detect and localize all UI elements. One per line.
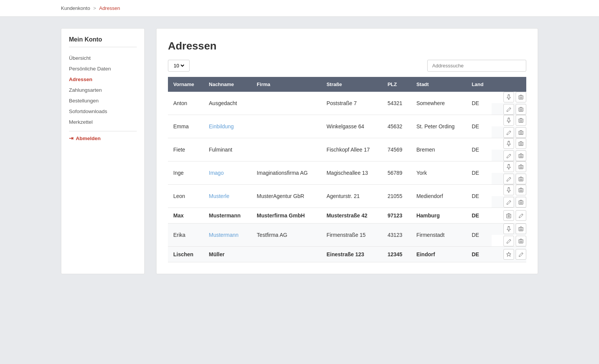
cell-land: DE: [472, 232, 479, 238]
pin-button[interactable]: [503, 92, 514, 102]
cell-plz: 12345: [388, 251, 403, 257]
cell-plz: 56789: [388, 170, 403, 176]
cell-nachname: Fulminant: [209, 147, 232, 153]
cell-firma: MusterAgentur GbR: [257, 193, 304, 199]
cell-plz: 21055: [388, 193, 403, 199]
delete-button[interactable]: [516, 127, 526, 138]
cell-nachname: Imago: [209, 170, 224, 176]
cell-vorname: Lischen: [173, 251, 193, 257]
delete-button[interactable]: [516, 150, 526, 161]
cell-plz: 97123: [388, 212, 403, 219]
trash-button-top[interactable]: [516, 92, 526, 102]
cell-stadt: Mediendorf: [416, 193, 443, 199]
sidebar-item-adressen[interactable]: Adressen: [69, 77, 93, 82]
search-input[interactable]: [427, 60, 526, 72]
cell-strasse: Poststraße 7: [326, 100, 356, 106]
trash-button[interactable]: [503, 210, 514, 221]
col-land: Land: [466, 77, 492, 92]
breadcrumb-separator: >: [93, 5, 96, 11]
pin-button[interactable]: [503, 185, 514, 195]
sidebar-item-merkzettel[interactable]: Merkzettel: [69, 119, 93, 125]
address-table: Vorname Nachname Firma Straße PLZ Stadt …: [168, 77, 526, 262]
sidebar-nav: Übersicht Persönliche Daten Adressen Zah…: [69, 53, 137, 141]
pin-button[interactable]: [503, 115, 514, 126]
cell-stadt: Somewhere: [416, 100, 445, 106]
cell-stadt: St. Peter Ording: [416, 123, 454, 129]
edit-button[interactable]: [516, 249, 526, 260]
breadcrumb-parent[interactable]: Kundenkonto: [61, 5, 90, 11]
logout-link[interactable]: ⇥ Abmelden: [69, 135, 137, 141]
sidebar-divider: [69, 131, 137, 131]
cell-nachname: Müller: [209, 251, 225, 257]
delete-button[interactable]: [516, 197, 526, 208]
cell-plz: 54321: [388, 100, 403, 106]
delete-button[interactable]: [516, 104, 526, 115]
breadcrumb: Kundenkonto > Adressen: [0, 0, 599, 17]
table-row: Emma Einbildung Winkelgasse 64 45632 St.…: [168, 115, 526, 127]
cell-stadt: Firmenstadt: [416, 232, 444, 238]
edit-button[interactable]: [503, 104, 514, 115]
edit-button[interactable]: [516, 210, 526, 221]
sidebar-item-ubersicht[interactable]: Übersicht: [69, 55, 91, 61]
cell-strasse: Fischkopf Allee 17: [326, 147, 370, 153]
logout-icon: ⇥: [69, 135, 73, 141]
table-row: Anton Ausgedacht Poststraße 7 54321 Some…: [168, 92, 526, 103]
delete-button[interactable]: [516, 174, 526, 184]
main-content: Mein Konto Übersicht Persönliche Daten A…: [0, 17, 599, 286]
cell-strasse: Einestraße 123: [326, 251, 364, 257]
cell-vorname: Fiete: [173, 147, 185, 153]
trash-button-top[interactable]: [516, 115, 526, 126]
edit-button[interactable]: [503, 127, 514, 138]
col-strasse: Straße: [321, 77, 382, 92]
per-page-dropdown[interactable]: 10 25 50: [172, 62, 185, 69]
table-row: LischenMüllerEinestraße 12312345EindorfD…: [168, 247, 526, 262]
trash-button-top[interactable]: [516, 138, 526, 149]
sidebar-item-sofortdownloads[interactable]: Sofortdownloads: [69, 109, 107, 114]
per-page-select[interactable]: 10 25 50: [168, 60, 190, 72]
table-controls: 10 25 50: [168, 60, 526, 72]
cell-stadt: Eindorf: [416, 251, 435, 257]
page-title: Adressen: [168, 40, 526, 52]
cell-stadt: York: [416, 170, 427, 176]
sidebar-item-bestellungen[interactable]: Bestellungen: [69, 98, 99, 104]
pin-button[interactable]: [503, 249, 514, 260]
cell-land: DE: [472, 212, 479, 219]
cell-land: DE: [472, 193, 479, 199]
col-actions: [492, 77, 526, 92]
sidebar-item-zahlungsarten[interactable]: Zahlungsarten: [69, 87, 102, 93]
edit-button[interactable]: [503, 197, 514, 208]
edit-button[interactable]: [503, 236, 514, 246]
cell-nachname: Einbildung: [209, 123, 234, 129]
cell-nachname: Mustermann: [209, 232, 239, 238]
cell-strasse: Musterstraße 42: [326, 212, 367, 219]
cell-vorname: Emma: [173, 123, 188, 129]
table-row: Inge Imago Imaginationsfirma AG Magische…: [168, 161, 526, 173]
table-header-row: Vorname Nachname Firma Straße PLZ Stadt …: [168, 77, 526, 92]
cell-firma: Testfirma AG: [257, 232, 287, 238]
col-stadt: Stadt: [411, 77, 466, 92]
cell-land: DE: [472, 251, 479, 257]
cell-land: DE: [472, 170, 479, 176]
trash-button-top[interactable]: [516, 185, 526, 195]
cell-vorname: Leon: [173, 193, 185, 199]
table-row: Leon Musterle MusterAgentur GbR Agenturs…: [168, 185, 526, 196]
cell-nachname: Mustermann: [209, 212, 241, 219]
cell-vorname: Inge: [173, 170, 184, 176]
cell-strasse: Magischeallee 13: [326, 170, 368, 176]
sidebar-item-persönliche-daten[interactable]: Persönliche Daten: [69, 66, 111, 72]
table-row: MaxMustermannMusterfirma GmbHMusterstraß…: [168, 208, 526, 224]
cell-vorname: Anton: [173, 100, 187, 106]
cell-nachname: Musterle: [209, 193, 230, 199]
trash-button-top[interactable]: [516, 161, 526, 172]
cell-strasse: Agenturstr. 21: [326, 193, 359, 199]
pin-button[interactable]: [503, 224, 514, 234]
logout-label: Abmelden: [76, 136, 101, 141]
edit-button[interactable]: [503, 150, 514, 161]
trash-button-top[interactable]: [516, 224, 526, 234]
pin-button[interactable]: [503, 161, 514, 172]
cell-strasse: Winkelgasse 64: [326, 123, 364, 129]
edit-button[interactable]: [503, 174, 514, 184]
pin-button[interactable]: [503, 138, 514, 149]
col-plz: PLZ: [382, 77, 411, 92]
delete-button[interactable]: [516, 236, 526, 246]
